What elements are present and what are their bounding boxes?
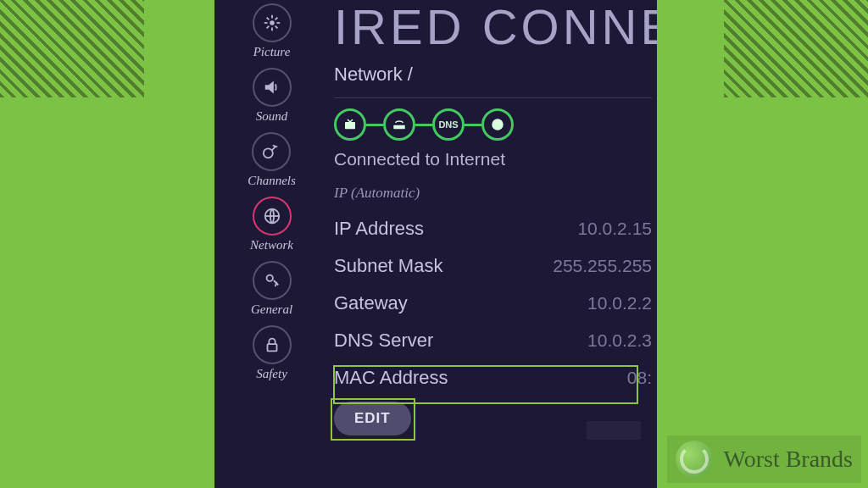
page-title: IRED CONNEC xyxy=(334,0,652,55)
divider xyxy=(334,97,652,98)
svg-line-6 xyxy=(275,26,277,29)
sidebar-item-general[interactable]: General xyxy=(251,261,292,317)
decorative-stripes-right xyxy=(724,0,868,97)
sound-icon xyxy=(253,68,292,107)
settings-sidebar: Picture Sound Channels Network General xyxy=(214,0,329,488)
breadcrumb: Network / xyxy=(334,64,652,86)
sidebar-item-channels[interactable]: Channels xyxy=(248,132,296,188)
edit-button[interactable]: EDIT xyxy=(334,402,411,435)
connection-status: Connected to Internet xyxy=(334,149,652,169)
redaction-mask xyxy=(587,421,641,440)
field-label: Subnet Mask xyxy=(334,255,442,277)
brand-logo-icon xyxy=(676,441,713,478)
svg-line-8 xyxy=(275,18,277,20)
settings-content: IRED CONNEC Network / DNS Connected to I… xyxy=(329,0,657,488)
field-label: Gateway xyxy=(334,292,408,314)
svg-line-5 xyxy=(266,18,269,20)
svg-line-7 xyxy=(266,26,269,29)
internet-node-icon xyxy=(481,108,514,141)
brand-watermark: Worst Brands xyxy=(667,435,861,483)
svg-point-9 xyxy=(264,148,273,158)
picture-icon xyxy=(253,3,292,42)
decorative-stripes-left xyxy=(0,0,144,97)
row-dns-server[interactable]: DNS Server 10.0.2.3 xyxy=(334,322,652,359)
field-value: 10.0.2.15 xyxy=(577,219,652,239)
field-label: IP Address xyxy=(334,218,424,240)
dns-node-icon: DNS xyxy=(432,108,465,141)
row-gateway: Gateway 10.0.2.2 xyxy=(334,285,652,322)
sidebar-item-label: Safety xyxy=(256,367,287,381)
sidebar-item-label: Network xyxy=(250,238,293,252)
svg-rect-13 xyxy=(345,122,355,129)
field-value: 10.0.2.2 xyxy=(587,293,652,313)
chain-link xyxy=(366,124,383,126)
row-ip-address: IP Address 10.0.2.15 xyxy=(334,210,652,247)
svg-rect-14 xyxy=(393,125,405,130)
ip-section-label: IP (Automatic) xyxy=(334,185,652,202)
channels-icon xyxy=(252,132,291,171)
chain-link xyxy=(415,124,432,126)
sidebar-item-label: Picture xyxy=(253,45,291,59)
svg-point-0 xyxy=(270,20,275,25)
network-icon xyxy=(253,197,292,236)
general-icon xyxy=(253,261,292,300)
sidebar-item-network[interactable]: Network xyxy=(250,197,293,252)
field-value: 10.0.2.3 xyxy=(587,330,652,351)
row-subnet-mask: Subnet Mask 255.255.255 xyxy=(334,247,652,285)
svg-point-11 xyxy=(266,275,272,281)
connection-chain: DNS xyxy=(334,108,652,141)
sidebar-item-sound[interactable]: Sound xyxy=(253,68,292,124)
chain-link xyxy=(465,124,481,126)
field-value: 255.255.255 xyxy=(553,256,652,276)
field-value: 08: xyxy=(627,368,652,388)
svg-rect-12 xyxy=(267,344,276,351)
field-label: DNS Server xyxy=(334,330,433,352)
tv-node-icon xyxy=(334,108,366,141)
lock-icon xyxy=(253,325,292,364)
row-mac-address: MAC Address 08: xyxy=(334,359,652,396)
brand-text: Worst Brands xyxy=(723,446,853,473)
sidebar-item-label: Sound xyxy=(256,109,288,124)
sidebar-item-safety[interactable]: Safety xyxy=(253,325,292,381)
router-node-icon xyxy=(383,108,415,141)
field-label: MAC Address xyxy=(334,367,448,389)
sidebar-item-picture[interactable]: Picture xyxy=(253,3,292,59)
settings-panel: Picture Sound Channels Network General xyxy=(214,0,657,488)
sidebar-item-label: General xyxy=(251,302,292,317)
sidebar-item-label: Channels xyxy=(248,174,296,188)
